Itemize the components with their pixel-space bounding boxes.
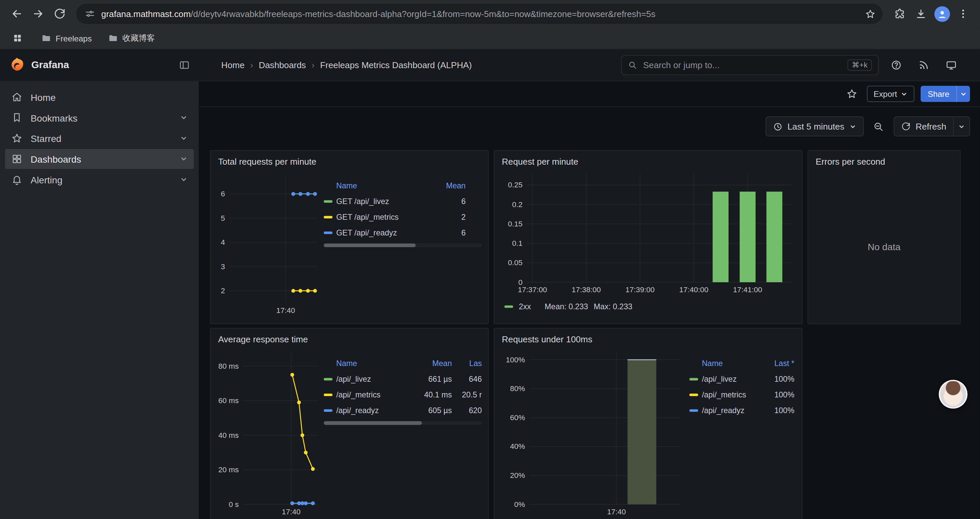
legend-col-last[interactable]: Last * (751, 359, 794, 368)
search-bar[interactable]: ⌘+k (621, 55, 878, 75)
search-icon (628, 61, 637, 69)
dashboard-content: Export Share Last (199, 81, 980, 519)
legend-scrollbar-thumb[interactable] (324, 243, 415, 247)
sidebar-item-alerting[interactable]: Alerting (5, 170, 194, 190)
sidebar-item-starred[interactable]: Starred (5, 128, 194, 148)
legend-scrollbar[interactable] (324, 421, 482, 425)
help-button[interactable] (888, 56, 905, 74)
export-button[interactable]: Export (867, 86, 914, 102)
legend-row[interactable]: /api/_metrics 100% (689, 387, 795, 402)
news-button[interactable] (915, 56, 932, 74)
reload-button[interactable] (49, 3, 70, 24)
forward-arrow-icon (32, 7, 45, 20)
legend-scrollbar-thumb[interactable] (324, 421, 422, 425)
time-range-picker[interactable]: Last 5 minutes (765, 117, 864, 137)
legend-col-mean[interactable]: Mean (427, 181, 482, 190)
panel-total-requests-per-minute: Total requests per minute 6543217:40 Nam… (210, 150, 489, 324)
legend-col-mean[interactable]: Mean (414, 359, 452, 368)
share-button[interactable]: Share (921, 86, 956, 102)
assistant-avatar-widget[interactable] (939, 380, 967, 409)
legend-header: Name Mean Las (324, 356, 482, 371)
refresh-interval-button[interactable] (953, 117, 969, 136)
chevron-down-icon[interactable] (180, 176, 188, 184)
star-outline-icon (846, 88, 857, 99)
legend-col-name[interactable]: Name (324, 359, 410, 368)
kiosk-mode-button[interactable] (943, 56, 960, 74)
bookmark-folder-freeleaps[interactable]: Freeleaps (37, 31, 97, 45)
star-icon (11, 133, 23, 144)
breadcrumb-separator: › (250, 60, 253, 70)
apps-grid-icon (12, 33, 22, 43)
svg-text:6: 6 (221, 190, 225, 198)
legend-row[interactable]: /api/_livez 100% (689, 371, 795, 387)
legend-row[interactable]: GET /api/_metrics 2 (324, 209, 482, 225)
legend-row[interactable]: GET /api/_readyz 6 (324, 225, 482, 241)
refresh-label: Refresh (916, 121, 946, 132)
legend-table: Name Mean Las /api/_livez 661 µs 646 (324, 356, 482, 425)
legend-col-name[interactable]: Name (689, 359, 747, 368)
zoom-out-button[interactable] (869, 117, 889, 137)
series-last: 620 (456, 406, 482, 414)
series-swatch (324, 393, 332, 396)
legend-row[interactable]: 2xx Mean: 0.233 Max: 0.233 (504, 302, 632, 311)
legend-table: Name Last * /api/_livez 100% /api/_metri… (689, 356, 795, 418)
bell-icon (11, 174, 23, 185)
refresh-button[interactable]: Refresh (894, 117, 953, 136)
legend-col-last[interactable]: Las (456, 359, 482, 368)
browser-profile-button[interactable] (931, 3, 953, 24)
chevron-down-icon (901, 91, 908, 97)
legend-scrollbar[interactable] (324, 243, 482, 247)
legend-col-name[interactable]: Name (324, 181, 423, 190)
panel-title[interactable]: Average response time (210, 329, 488, 344)
search-input[interactable] (642, 59, 842, 71)
downloads-button[interactable] (910, 3, 931, 24)
legend-table: Name Mean GET /api/_livez 6 GET /api/_me… (324, 178, 482, 247)
series-swatch (689, 393, 698, 396)
panel-title[interactable]: Request per minute (494, 151, 802, 167)
panel-title[interactable]: Total requests per minute (210, 151, 488, 167)
share-split-button: Share (921, 86, 970, 102)
sidebar-item-bookmarks[interactable]: Bookmarks (5, 107, 194, 128)
chevron-down-icon[interactable] (180, 114, 188, 121)
share-label: Share (928, 89, 949, 99)
bookmark-page-button[interactable] (861, 5, 878, 22)
address-bar[interactable]: grafana.mathmast.com/d/deytv4rwavabkb/fr… (76, 4, 883, 24)
chevron-down-icon[interactable] (180, 134, 188, 142)
sidebar-item-home[interactable]: Home (5, 87, 194, 107)
back-button[interactable] (6, 3, 28, 24)
legend-row[interactable]: GET /api/_livez 6 (324, 193, 482, 209)
help-icon (891, 59, 902, 71)
breadcrumb-current-dashboard[interactable]: Freeleaps Metrics Dashboard (ALPHA) (320, 60, 472, 70)
svg-text:60 ms: 60 ms (218, 396, 239, 405)
panel-title[interactable]: Requests under 100ms (494, 329, 802, 344)
breadcrumb-home[interactable]: Home (221, 60, 245, 70)
browser-toolbar: grafana.mathmast.com/d/deytv4rwavabkb/fr… (0, 0, 980, 27)
profile-avatar-icon (934, 6, 950, 22)
series-swatch (324, 200, 332, 203)
legend-row[interactable]: /api/_metrics 40.1 ms 20.5 r (324, 387, 482, 402)
zoom-out-icon (873, 121, 884, 132)
sidebar-item-label: Home (31, 92, 56, 102)
browser-menu-button[interactable] (953, 3, 974, 24)
series-mean: 2 (427, 212, 482, 221)
legend-row[interactable]: /api/_readyz 100% (689, 402, 795, 418)
legend-row[interactable]: /api/_readyz 605 µs 620 (324, 402, 482, 418)
svg-text:0.15: 0.15 (508, 220, 523, 228)
site-settings-icon (85, 9, 95, 19)
sidebar-item-label: Bookmarks (31, 112, 78, 123)
breadcrumb-dashboards[interactable]: Dashboards (259, 60, 306, 70)
bookmarks-bar: Freeleaps 收藏博客 (0, 27, 980, 50)
forward-button[interactable] (27, 3, 49, 24)
extensions-button[interactable] (889, 3, 910, 24)
dock-menu-button[interactable] (179, 59, 190, 71)
series-swatch (324, 378, 332, 380)
apps-grid-button[interactable] (9, 29, 26, 47)
requests-under-100ms-chart: 100%80%60%40%20%0%17:40 (502, 351, 684, 518)
panel-title[interactable]: Errors per second (808, 151, 960, 167)
chevron-down-icon[interactable] (180, 155, 188, 163)
legend-row[interactable]: /api/_livez 661 µs 646 (324, 371, 482, 387)
share-menu-button[interactable] (956, 86, 970, 102)
bookmark-folder-blogs[interactable]: 收藏博客 (103, 31, 160, 46)
sidebar-item-dashboards[interactable]: Dashboards (5, 149, 194, 169)
favorite-dashboard-button[interactable] (843, 85, 860, 102)
